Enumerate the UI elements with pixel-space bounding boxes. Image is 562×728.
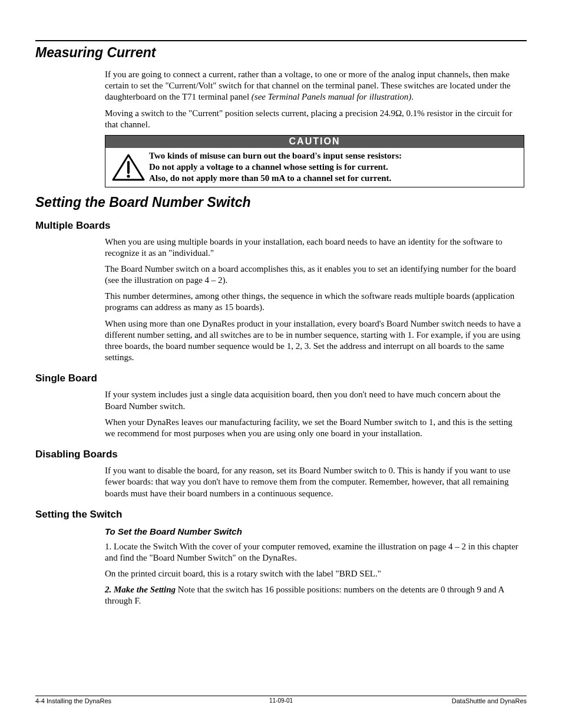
caution-text: Two kinds of misuse can burn out the boa… [149,150,518,185]
setting-switch-body: To Set the Board Number Switch 1. Locate… [105,526,524,607]
caution-body: Two kinds of misuse can burn out the boa… [105,148,524,187]
paragraph: Moving a switch to the "Current" positio… [105,108,524,130]
heading-setting-the-switch: Setting the Switch [35,509,527,521]
heading-single-board: Single Board [35,373,527,384]
top-rule [35,40,527,41]
page-footer: 4-4 Installing the DynaRes 11-09-01 Data… [35,696,527,704]
paragraph: This number determines, among other thin… [105,291,524,313]
paragraph: If you are going to connect a current, r… [105,69,524,103]
paragraph: If your system includes just a single da… [105,389,524,411]
disabling-boards-body: If you want to disable the board, for an… [105,465,524,499]
heading-multiple-boards: Multiple Boards [35,220,527,232]
footer-right: DataShuttle and DynaRes [452,697,527,704]
caution-header: CAUTION [105,136,524,148]
footer-left: 4-4 Installing the DynaRes [35,697,111,704]
text: Do not apply a voltage to a channel whos… [149,162,388,172]
multiple-boards-body: When you are using multiple boards in yo… [105,236,524,364]
paragraph: On the printed circuit board, this is a … [105,568,524,579]
heading-disabling-boards: Disabling Boards [35,449,527,460]
single-board-body: If your system includes just a single da… [105,389,524,439]
measuring-current-body: If you are going to connect a current, r… [105,69,524,187]
warning-icon [108,153,149,182]
paragraph: When your DynaRes leaves our manufacturi… [105,417,524,439]
page: Measuring Current If you are going to co… [0,0,562,728]
svg-point-2 [127,174,130,177]
subheading-to-set-board-number-switch: To Set the Board Number Switch [105,526,524,536]
caution-box: CAUTION Two kinds of misuse can burn out… [105,135,524,187]
text: Also, do not apply more than 50 mA to a … [149,173,391,183]
paragraph: The Board Number switch on a board accom… [105,263,524,286]
text-italic: (see Terminal Panels manual for illustra… [252,92,412,101]
step-lead: 2. Make the Setting [105,585,176,594]
paragraph: 1. Locate the Switch With the cover of y… [105,541,524,564]
paragraph: 2. Make the Setting Note that the switch… [105,584,524,607]
text: Two kinds of misuse can burn out the boa… [149,151,402,160]
paragraph: If you want to disable the board, for an… [105,465,524,499]
heading-measuring-current: Measuring Current [35,45,527,61]
heading-setting-board-number-switch: Setting the Board Number Switch [35,195,527,210]
paragraph: When you are using multiple boards in yo… [105,236,524,259]
paragraph: When using more than one DynaRes product… [105,318,524,364]
text: . [411,92,414,101]
